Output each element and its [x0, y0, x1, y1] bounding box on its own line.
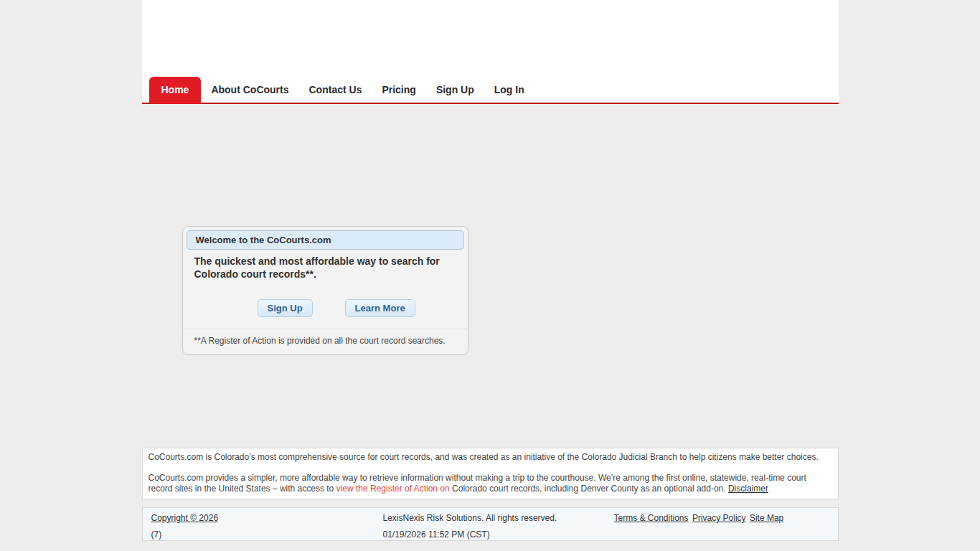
page-container: Home About CoCourts Contact Us Pricing S… — [142, 0, 839, 551]
site-map-link[interactable]: Site Map — [750, 513, 783, 523]
footer: Copyright © 2026 (7) LexisNexis Risk Sol… — [142, 507, 839, 541]
site-header: Home About CoCourts Contact Us Pricing S… — [142, 0, 839, 104]
nav-tab-contact[interactable]: Contact Us — [309, 77, 362, 104]
nav-tab-pricing[interactable]: Pricing — [382, 77, 415, 104]
main-nav: Home About CoCourts Contact Us Pricing S… — [149, 77, 534, 104]
nav-tab-about[interactable]: About CoCourts — [211, 77, 288, 104]
info-paragraph-2-text-cont: Colorado court records, including Denver… — [450, 484, 728, 494]
version-text: (7) — [151, 529, 219, 540]
privacy-policy-link[interactable]: Privacy Policy — [692, 513, 746, 523]
sign-up-button[interactable]: Sign Up — [258, 299, 313, 317]
learn-more-button[interactable]: Learn More — [345, 299, 415, 317]
welcome-panel: Welcome to the CoCourts.com The quickest… — [182, 226, 468, 355]
welcome-panel-header[interactable]: Welcome to the CoCourts.com — [187, 230, 464, 250]
footer-right: Terms & Conditions Privacy Policy Site M… — [614, 513, 786, 523]
welcome-footnote: **A Register of Action is provided on al… — [183, 329, 468, 354]
info-paragraph-1: CoCourts.com is Colorado’s most comprehe… — [149, 452, 832, 462]
terms-conditions-link[interactable]: Terms & Conditions — [614, 513, 689, 523]
welcome-button-row: Sign Up Learn More — [183, 299, 468, 317]
timestamp-text: 01/19/2026 11:52 PM (CST) — [383, 529, 557, 540]
copyright-link[interactable]: Copyright © 2026 — [151, 513, 219, 523]
disclaimer-link[interactable]: Disclaimer — [728, 484, 768, 494]
footer-center: LexisNexis Risk Solutions. All rights re… — [383, 513, 557, 540]
welcome-panel-text: The quickest and most affordable way to … — [194, 255, 456, 281]
nav-tab-signup[interactable]: Sign Up — [436, 77, 474, 104]
main-content: Welcome to the CoCourts.com The quickest… — [142, 226, 839, 541]
info-panel: CoCourts.com is Colorado’s most comprehe… — [142, 448, 839, 499]
register-of-action-link[interactable]: view the Register of Action on — [336, 484, 450, 494]
info-paragraph-2: CoCourts.com provides a simpler, more af… — [149, 473, 832, 494]
nav-tab-home[interactable]: Home — [149, 77, 202, 104]
footer-left: Copyright © 2026 (7) — [151, 513, 219, 540]
nav-tab-login[interactable]: Log In — [494, 77, 524, 104]
company-text: LexisNexis Risk Solutions. All rights re… — [383, 513, 557, 523]
